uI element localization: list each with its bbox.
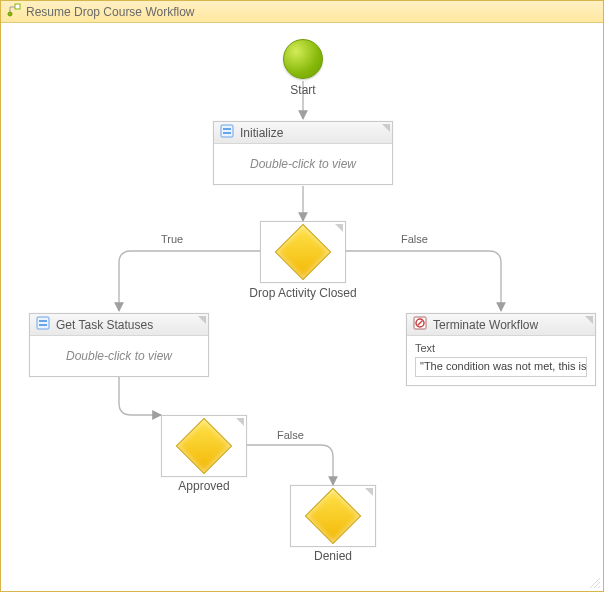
svg-rect-1 [15, 4, 20, 9]
window-title: Resume Drop Course Workflow [26, 5, 195, 19]
expand-corner-icon [236, 418, 244, 426]
svg-rect-3 [223, 128, 231, 130]
edge-label-false-2: False [277, 429, 304, 441]
diamond-icon [176, 418, 233, 475]
activity-hint: Double-click to view [30, 336, 208, 376]
workflow-canvas[interactable]: Start Initialize Double-click to view Dr… [1, 23, 603, 591]
initialize-activity[interactable]: Initialize Double-click to view [213, 121, 393, 185]
terminate-text-value[interactable]: "The condition was not met, this is n [415, 357, 587, 377]
activity-icon [36, 316, 50, 333]
denied-decision[interactable] [290, 485, 376, 547]
start-label: Start [253, 83, 353, 97]
diamond-icon [305, 488, 362, 545]
approved-label: Approved [151, 479, 257, 493]
svg-rect-6 [39, 320, 47, 322]
svg-point-0 [8, 12, 12, 16]
activity-title: Terminate Workflow [433, 318, 538, 332]
expand-corner-icon [198, 316, 206, 324]
svg-rect-7 [39, 324, 47, 326]
diamond-icon [275, 224, 332, 281]
edge-label-false: False [401, 233, 428, 245]
activity-title: Get Task Statuses [56, 318, 153, 332]
svg-rect-5 [37, 317, 49, 329]
svg-rect-4 [223, 132, 231, 134]
expand-corner-icon [585, 316, 593, 324]
expand-corner-icon [382, 124, 390, 132]
activity-header: Terminate Workflow [407, 314, 595, 336]
drop-activity-closed-label: Drop Activity Closed [223, 286, 383, 300]
expand-corner-icon [365, 488, 373, 496]
terminate-icon [413, 316, 427, 333]
workflow-designer-window: Resume Drop Course Workflow Start [0, 0, 604, 592]
svg-rect-2 [221, 125, 233, 137]
terminate-workflow-activity[interactable]: Terminate Workflow Text "The condition w… [406, 313, 596, 386]
svg-line-13 [598, 586, 600, 588]
resize-grip-icon[interactable] [587, 575, 601, 589]
terminate-text-label: Text [415, 342, 587, 354]
start-node[interactable] [283, 39, 323, 79]
activity-icon [220, 124, 234, 141]
activity-title: Initialize [240, 126, 283, 140]
activity-header: Get Task Statuses [30, 314, 208, 336]
terminate-body: Text "The condition was not met, this is… [407, 336, 595, 385]
expand-corner-icon [335, 224, 343, 232]
approved-decision[interactable] [161, 415, 247, 477]
titlebar: Resume Drop Course Workflow [1, 1, 603, 23]
get-task-statuses-activity[interactable]: Get Task Statuses Double-click to view [29, 313, 209, 377]
activity-hint: Double-click to view [214, 144, 392, 184]
denied-label: Denied [280, 549, 386, 563]
activity-header: Initialize [214, 122, 392, 144]
edge-label-true: True [161, 233, 183, 245]
workflow-icon [7, 3, 21, 20]
drop-activity-closed-decision[interactable] [260, 221, 346, 283]
